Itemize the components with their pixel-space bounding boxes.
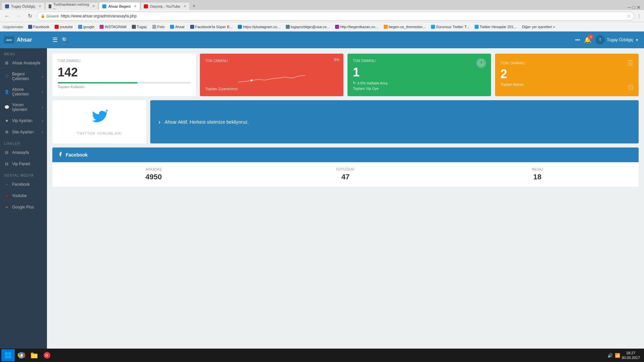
address-box[interactable]: 🔒 Güvenli https://www.ahsar.org/admin/an… [37,12,634,20]
user-menu[interactable]: T Tugay Özbilgiç ▼ [595,35,639,45]
begeni-arrow-icon: › [42,75,43,78]
tab-close-ahsar[interactable]: ✕ [134,4,137,8]
sidebar-label-youtube: Youtube [12,193,27,198]
stat-sub-vip-weekly: ↻ 4.6% Haftalık Artış [353,81,486,85]
tab-turkhack[interactable]: Turkhackteam.net/org – ✕ [45,2,99,10]
sidebar-item-abone[interactable]: 👤 Abone Çekimleri › [0,84,47,100]
fb-value-arkadas: 4950 [58,173,250,181]
sidebar-item-facebook[interactable]: ● Facebook [0,179,47,190]
forward-button[interactable]: → [14,12,23,20]
minimize-button[interactable]: ─ [628,5,631,10]
close-button[interactable]: ✕ [637,5,641,10]
sidebar-item-link-anasayfa[interactable]: ⊟ Anasayfa [0,147,47,158]
email-bookmark-label: tugayozbilgic@usa.co... [291,25,330,29]
maximize-button[interactable]: □ [633,5,635,10]
stat-number-vip: 1 [353,65,486,79]
bookmark-google[interactable]: google [76,24,96,29]
svg-point-0 [251,79,253,81]
bookmark-plustagram[interactable]: https://plustagram.co... [236,24,282,29]
stat-label-users: TÜM ZAMANLI [58,59,191,63]
facebook-section-header: Facebook [52,147,639,162]
sidebar-item-yorum[interactable]: 💬 Yorum İşlemleri › [0,100,47,115]
google-bookmark-icon [78,25,82,29]
settings-icon: ⚙ [627,83,635,92]
home-icon: ⊞ [4,60,9,66]
topbar: ☰ 🔍 ••• 🔔 3 T Tugay Özbilgiç ▼ [47,32,644,48]
sidebar-item-site[interactable]: ⚙ Site Ayarları › [0,126,47,138]
bookmarks-label: Uygulamalar [3,25,23,29]
twitter-bird-icon [91,108,108,129]
tab-tugay[interactable]: Tugay Özbilgiç ✕ [1,2,45,10]
fb-value-fotograf: 47 [250,173,441,181]
search-icon[interactable]: 🔍 [62,37,68,43]
tab-label-turkhack: Turkhackteam.net/org – [53,2,89,10]
tab-close-turkhack[interactable]: ✕ [92,4,95,8]
twitter1-bookmark-icon [431,25,435,29]
stat-label-vip: TÜM ZAMANLI [353,59,486,63]
topbar-dots[interactable]: ••• [575,37,580,43]
sidebar-label-begeni: Begeni Çekimleri [12,72,39,81]
ahsar-message-card: › Ahsar Aktif. Herkesi siteimize bekliyo… [150,100,639,143]
tab-icon-tugay [5,4,9,8]
twitter2-bookmark-icon [475,25,479,29]
sidebar-item-googleplus[interactable]: ● Google Plus [0,201,47,213]
facebook-bookmark-label: Facebook [33,25,49,29]
back-button[interactable]: ← [3,12,11,20]
main-content: TÜM ZAMANLI 142 Toplam Kullanici TÜM ZAM… [47,48,644,349]
fb-stat-mesaj: MESAJ 18 [441,168,633,181]
bookmark-more[interactable]: Diğer yer işaretleri » [520,24,557,29]
address-icons: ☆ [627,14,631,18]
bookmark-begen[interactable]: begen-us_themedon... [382,24,428,29]
bookmark-tugay[interactable]: Tugay [130,24,149,29]
bookmarks-bar: Uygulamalar Facebook youtube google INST… [0,22,644,32]
user-name: Tugay Özbilgiç [607,38,633,42]
sidebar-label-facebook: Facebook [12,182,30,187]
bookmark-ahsar[interactable]: Ahsar [168,24,187,29]
new-tab-button[interactable]: + [190,2,198,10]
stat-sub-visitors: Toplam Ziyaretcimiz [205,87,338,91]
tab-close-tugay[interactable]: ✕ [39,4,41,8]
bookmark-instagram[interactable]: INSTAGRAM [98,24,128,29]
facebook-bookmark-icon [28,25,32,29]
sidebar-item-link-vip[interactable]: ⊟ Vip Paneli [0,158,47,170]
stat-card-visitors: TÜM ZAMANLI 8% Toplam Ziyaretcimiz [200,54,343,96]
instagram-bookmark-label: INSTAGRAM [105,25,126,29]
bookmark-facebook2[interactable]: Facebook'ta Süper B... [188,24,235,29]
tugay-bookmark-label: Tugay [137,25,147,29]
sidebar-item-youtube[interactable]: ● Youtube [0,190,47,201]
tab-youtube[interactable]: Geçmiş - YouTube ✕ [140,2,190,10]
extensions-icon[interactable]: ⋮ [637,13,641,18]
bookmark-star-icon[interactable]: ☆ [627,14,631,18]
tab-close-youtube[interactable]: ✕ [183,4,186,8]
hamburger-icon[interactable]: ☰ [52,36,58,44]
bookmark-begenikazan[interactable]: http://begenikazan.co... [333,24,380,29]
googleplus-circle-icon: ● [4,204,9,210]
tab-ahsar[interactable]: Ahsar Begeni ✕ [99,2,140,10]
sidebar-item-begeni[interactable]: ♡ Begeni Çekimleri › [0,69,47,84]
secure-label: Güvenli [46,14,59,18]
bookmark-foto[interactable]: Foto [150,24,167,29]
plustagram-bookmark-label: https://plustagram.co... [243,25,280,29]
tab-icon-youtube [144,4,148,8]
stat-progress-fill [58,82,138,83]
bookmark-twitter2[interactable]: Twitter Hesaplar 201... [473,24,519,29]
stat-sub-admin: Toplam Admin [500,82,633,86]
sidebar-label-site: Site Ayarları [12,130,34,134]
bookmark-twitter1[interactable]: Sorunsuz Twitter T... [429,24,471,29]
fb-label-mesaj: MESAJ [441,168,633,171]
reload-button[interactable]: ↻ [25,12,34,20]
email-bookmark-icon [286,25,290,29]
stat-card-vip: TÜM ZAMANLI 🕐 1 ↻ 4.6% Haftalık Artış To… [347,54,491,96]
more-bookmarks-label: Diğer yer işaretleri » [522,25,555,29]
twitter-label: TWITTER YORUMLARI [77,131,122,135]
stat-sub-vip-label: Toplam Vip Üye [353,86,486,90]
stat-sub-users: Toplam Kullanici [58,85,191,89]
bookmark-email[interactable]: tugayozbilgic@usa.co... [284,24,332,29]
begen-bookmark-icon [384,25,388,29]
bookmark-youtube[interactable]: youtube [53,24,75,29]
lock-icon: 🔒 [41,14,45,18]
begenikazan-bookmark-icon [335,25,339,29]
sidebar-item-anasayfa[interactable]: ⊞ Ahsar Anasayfa [0,57,47,69]
sidebar-item-vip[interactable]: ★ Vip Ayarları › [0,115,47,126]
bookmark-facebook[interactable]: Facebook [26,24,51,29]
